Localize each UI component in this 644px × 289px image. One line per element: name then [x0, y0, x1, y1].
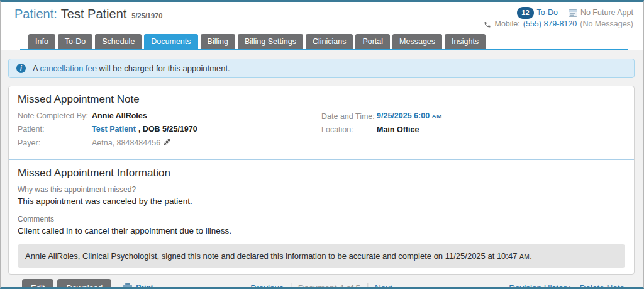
- missed-appt-info-section: Missed Appointment Information Why was t…: [9, 160, 634, 274]
- location-value: Main Office: [377, 125, 419, 134]
- note-card: Missed Appointment Note Note Completed B…: [8, 86, 635, 275]
- revision-history-link[interactable]: Revision History: [509, 283, 570, 289]
- tab-documents[interactable]: Documents: [144, 34, 197, 49]
- content-area: i A cancellation fee will be charged for…: [1, 50, 643, 289]
- tab-portal[interactable]: Portal: [355, 34, 390, 49]
- completed-by-label: Note Completed By:: [18, 111, 92, 120]
- document-pager: Previous Document 4 of 5 Next: [250, 283, 392, 289]
- datetime-link[interactable]: 9/25/2025 6:00 AM: [377, 111, 442, 121]
- no-eclaims-icon: [163, 138, 171, 148]
- no-future-appt-label: No Future Appt: [580, 8, 633, 18]
- patient-name: Test Patient: [61, 7, 127, 21]
- question2-answer: Client called in to cancel their appoint…: [18, 226, 625, 236]
- tab-schedule[interactable]: Schedule: [95, 34, 142, 49]
- print-link[interactable]: Print: [123, 283, 153, 289]
- document-position: Document 4 of 5: [298, 283, 360, 289]
- patient-detail: , DOB 5/25/1970: [138, 125, 197, 133]
- footer-bar: Edit Download Print Previous Document 4 …: [8, 275, 635, 289]
- completed-by-value: Annie AllRoles: [92, 111, 147, 120]
- tab-billing-settings[interactable]: Billing Settings: [238, 34, 303, 49]
- info-icon: i: [16, 64, 26, 73]
- mobile-label: Mobile:: [494, 19, 519, 30]
- note-header-section: Missed Appointment Note Note Completed B…: [9, 86, 634, 159]
- cancellation-fee-link[interactable]: cancellation fee: [40, 64, 97, 73]
- tab-messages[interactable]: Messages: [392, 34, 442, 49]
- patient-quick-info: 12 To-Do No Future Appt Mobile: (555) 87…: [484, 7, 633, 30]
- tab-billing[interactable]: Billing: [201, 34, 235, 49]
- pager-separator: [291, 283, 291, 289]
- info-section-title: Missed Appointment Information: [18, 167, 625, 179]
- signature-box: Annie AllRoles, Clinical Psychologist, s…: [18, 244, 625, 268]
- pager-separator: [367, 283, 368, 289]
- calendar-icon: [569, 9, 577, 17]
- todo-count-badge[interactable]: 12: [517, 7, 533, 19]
- tab-todo[interactable]: To-Do: [58, 34, 92, 49]
- patient-field-label: Patient:: [18, 125, 92, 133]
- location-label: Location:: [321, 125, 377, 134]
- edit-button[interactable]: Edit: [22, 279, 53, 289]
- tab-insights[interactable]: Insights: [445, 34, 486, 49]
- signature-suffix: .: [530, 251, 532, 261]
- question2-label: Comments: [18, 215, 625, 224]
- note-title: Missed Appointment Note: [18, 93, 625, 106]
- tab-info[interactable]: Info: [28, 34, 55, 49]
- banner-text: A cancellation fee will be charged for t…: [33, 64, 230, 73]
- payer-label: Payer:: [18, 139, 92, 147]
- next-link[interactable]: Next: [375, 283, 392, 289]
- info-banner: i A cancellation fee will be charged for…: [8, 59, 635, 78]
- payer-value: Aetna, 8848484456: [92, 139, 160, 147]
- signature-text: Annie AllRoles, Clinical Psychologist, s…: [25, 251, 517, 261]
- print-label: Print: [136, 283, 153, 289]
- mobile-number-link[interactable]: (555) 879-8120: [523, 19, 577, 30]
- signature-meridiem: AM: [519, 253, 530, 260]
- page-title: Patient: Test Patient 5/25/1970: [14, 7, 162, 21]
- tab-clinicians[interactable]: Clinicians: [306, 34, 353, 49]
- patient-documents-page: Patient: Test Patient 5/25/1970 12 To-Do…: [0, 0, 644, 289]
- phone-icon: [484, 21, 491, 28]
- tab-bar: Info To-Do Schedule Documents Billing Bi…: [20, 34, 628, 50]
- printer-icon: [123, 283, 133, 289]
- datetime-label: Date and Time:: [321, 112, 377, 121]
- question1-answer: This appointment was canceled by the pat…: [18, 196, 625, 207]
- todo-link[interactable]: To-Do: [537, 8, 558, 18]
- banner-text-prefix: A: [33, 64, 38, 73]
- patient-dob: 5/25/1970: [131, 12, 162, 20]
- patient-label: Patient:: [14, 7, 57, 21]
- previous-link[interactable]: Previous: [250, 283, 284, 289]
- messages-status: (No Messages): [580, 19, 633, 30]
- patient-header: Patient: Test Patient 5/25/1970 12 To-Do…: [1, 2, 643, 50]
- delete-note-link[interactable]: Delete Note: [580, 283, 625, 289]
- download-button[interactable]: Download: [57, 279, 111, 289]
- patient-link[interactable]: Test Patient: [92, 125, 136, 133]
- banner-text-suffix: will be charged for this appointment.: [99, 64, 230, 73]
- question1-label: Why was this appointment missed?: [18, 185, 625, 194]
